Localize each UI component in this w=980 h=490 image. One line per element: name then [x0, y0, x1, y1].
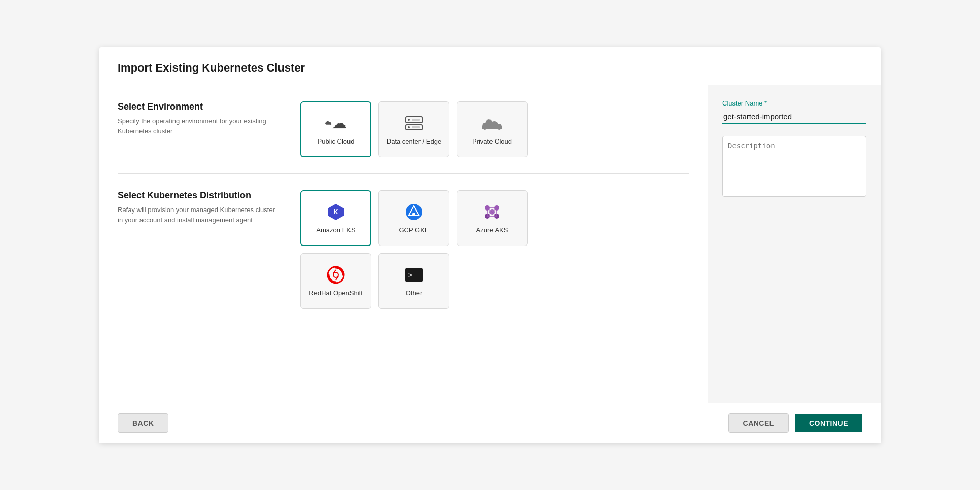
svg-point-3 — [408, 119, 410, 121]
env-option-public-cloud[interactable]: ☁ Public Cloud — [300, 101, 371, 157]
dist-option-gcp-gke[interactable]: GCP GKE — [378, 190, 449, 246]
environment-section: Select Environment Specify the operating… — [118, 101, 689, 157]
openshift-icon — [325, 266, 347, 284]
env-datacenter-edge-label: Data center / Edge — [387, 137, 441, 145]
distribution-title: Select Kubernetes Distribution — [118, 190, 280, 201]
private-cloud-icon — [481, 114, 503, 132]
svg-text:K: K — [333, 208, 338, 216]
env-option-datacenter-edge[interactable]: Data center / Edge — [378, 101, 449, 157]
dist-eks-label: Amazon EKS — [316, 226, 355, 234]
dist-gke-label: GCP GKE — [399, 226, 429, 234]
modal-footer: BACK CANCEL CONTINUE — [99, 403, 881, 443]
dist-aks-label: Azure AKS — [476, 226, 508, 234]
gcp-gke-icon — [403, 203, 425, 221]
amazon-eks-icon: K — [325, 203, 347, 221]
distribution-info: Select Kubernetes Distribution Rafay wil… — [118, 190, 280, 225]
modal-body: Select Environment Specify the operating… — [99, 85, 881, 403]
public-cloud-icon: ☁ — [325, 114, 347, 132]
distribution-row: Select Kubernetes Distribution Rafay wil… — [118, 190, 689, 309]
env-option-private-cloud[interactable]: Private Cloud — [457, 101, 528, 157]
svg-point-16 — [412, 213, 415, 216]
svg-rect-6 — [412, 126, 420, 128]
svg-point-30 — [328, 267, 344, 283]
other-icon: >_ — [403, 266, 425, 284]
import-cluster-modal: Import Existing Kubernetes Cluster Selec… — [99, 47, 881, 443]
back-button[interactable]: BACK — [118, 413, 168, 433]
main-content: Select Environment Specify the operating… — [99, 85, 708, 403]
env-public-cloud-label: Public Cloud — [318, 137, 355, 145]
dist-option-azure-aks[interactable]: Azure AKS — [457, 190, 528, 246]
svg-rect-11 — [482, 126, 502, 129]
svg-text:>_: >_ — [408, 271, 417, 279]
dist-row-1: K Amazon EKS — [300, 190, 528, 246]
footer-right-buttons: CANCEL CONTINUE — [728, 413, 862, 433]
dist-other-label: Other — [406, 289, 423, 297]
environment-title: Select Environment — [118, 101, 280, 112]
distribution-options: K Amazon EKS — [300, 190, 528, 309]
datacenter-edge-icon — [403, 114, 425, 132]
cluster-name-label: Cluster Name * — [722, 99, 866, 107]
environment-info: Select Environment Specify the operating… — [118, 101, 280, 136]
dist-option-amazon-eks[interactable]: K Amazon EKS — [300, 190, 371, 246]
modal-header: Import Existing Kubernetes Cluster — [99, 47, 881, 85]
environment-row: Select Environment Specify the operating… — [118, 101, 689, 157]
cluster-name-input[interactable] — [722, 110, 866, 124]
svg-rect-5 — [412, 119, 420, 121]
env-private-cloud-label: Private Cloud — [472, 137, 512, 145]
distribution-section: Select Kubernetes Distribution Rafay wil… — [118, 190, 689, 309]
environment-desc: Specify the operating environment for yo… — [118, 116, 280, 136]
environment-options: ☁ Public Cloud — [300, 101, 528, 157]
section-divider — [118, 173, 689, 174]
description-input[interactable] — [722, 136, 866, 197]
modal-title: Import Existing Kubernetes Cluster — [118, 61, 862, 75]
sidebar-panel: Cluster Name * — [708, 85, 881, 403]
dist-openshift-label: RedHat OpenShift — [309, 289, 363, 297]
cancel-button[interactable]: CANCEL — [728, 413, 789, 433]
dist-option-openshift[interactable]: RedHat OpenShift — [300, 253, 371, 309]
continue-button[interactable]: CONTINUE — [795, 414, 862, 432]
distribution-desc: Rafay will provision your managed Kubern… — [118, 205, 280, 225]
svg-point-4 — [408, 126, 410, 128]
azure-aks-icon — [481, 203, 503, 221]
dist-option-other[interactable]: >_ Other — [378, 253, 449, 309]
dist-row-2: RedHat OpenShift >_ Other — [300, 253, 528, 309]
